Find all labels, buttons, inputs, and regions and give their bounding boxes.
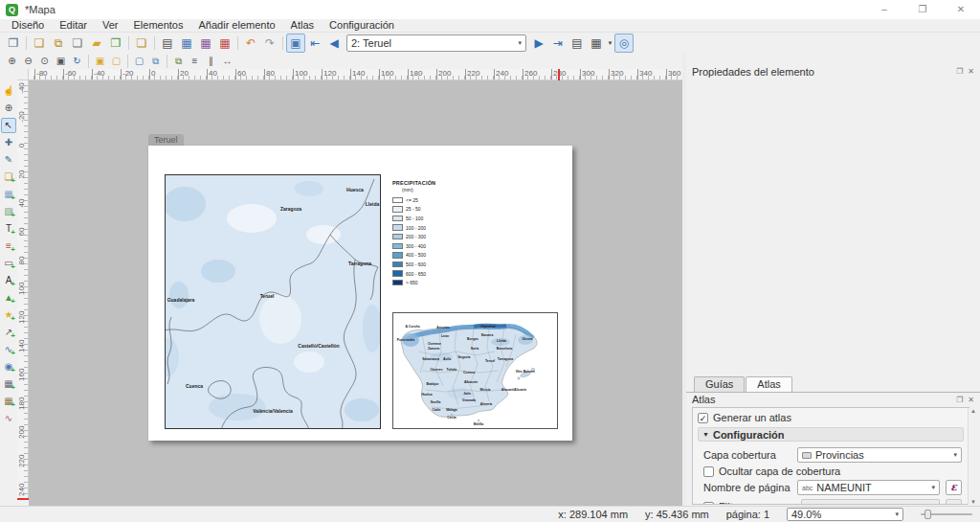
filter-checkbox[interactable] [703,502,714,506]
add-scalebar-button[interactable]: ▭ [1,256,16,271]
ruler-number: 260 [523,69,537,78]
zoom-slider[interactable] [921,508,972,521]
export-svg-button[interactable]: ▦ [196,34,215,53]
save-project-button[interactable]: ❐ [4,34,23,53]
add-fixed-table-button[interactable]: ▦ [1,394,16,409]
pan-tool-button[interactable]: ☝ [1,83,16,99]
zoom-level-combo[interactable]: 49.0% ▾ [787,508,903,521]
separator[interactable] [151,34,158,53]
add-html-button[interactable]: ◉ [1,359,16,374]
zoom-tool-button[interactable]: ⊕ [1,101,16,116]
zoom-full-button[interactable]: ▣ [53,54,69,69]
atlas-settings-button[interactable]: ◎ [614,34,634,53]
close-panel-icon[interactable]: ✕ [968,396,974,404]
refresh-view-button[interactable]: ↻ [69,54,85,69]
add-page-button[interactable]: ❏ [1,170,16,185]
distribute-items-button[interactable]: ∥ [203,54,219,69]
panel-tab[interactable]: Atlas [746,376,791,392]
separator[interactable] [23,34,30,53]
separator[interactable] [124,54,131,69]
add-map-button[interactable]: ▦ [1,187,16,202]
unlock-items-button[interactable]: ▢ [108,54,124,69]
add-legend-button[interactable]: ≡ [1,238,16,254]
zoom-actual-button[interactable]: ⊙ [36,54,53,69]
close-panel-icon[interactable]: ✕ [968,67,974,76]
add-picture-button[interactable]: ▨ [1,204,16,219]
separator[interactable] [85,54,92,69]
export-image-button[interactable]: ▦ [177,34,196,53]
zoom-in-button[interactable]: ⊕ [4,54,20,69]
main-map-item[interactable]: HuescaLleidaZaragozaTarragonaGuadalajara… [165,174,381,429]
undo-button[interactable]: ↶ [241,34,260,53]
overview-map-item[interactable]: A CoruñaAsturiasGipuzkoaPontevedraLeónNa… [392,312,558,429]
first-feature-button[interactable]: ⇤ [305,34,324,53]
add-node-item-button[interactable]: ∿ [1,342,16,357]
legend-item[interactable]: PRECIPITACIÓN (mm) <= 25 25 - 50 [392,180,469,287]
menu-item[interactable]: Diseño [4,19,52,32]
export-pdf-button[interactable]: ▦ [215,34,234,53]
lock-items-button[interactable]: ▣ [92,54,108,69]
select-move-item-button[interactable]: ↖ [1,118,16,133]
separator[interactable] [234,34,241,53]
panel-scrollbar[interactable]: ▲ ▼ [968,408,978,505]
raise-items-button[interactable]: ⧉ [170,54,187,69]
layout-manager-button[interactable]: ❏ [68,34,87,53]
add-north-arrow-button[interactable]: A [1,273,16,288]
save-as-template-button[interactable]: ❐ [106,34,125,53]
restore-button[interactable]: ❐ [903,0,942,19]
add-arrow-button[interactable]: ↗ [1,325,16,340]
move-item-content-button[interactable]: ✚ [1,135,16,150]
menu-item[interactable]: Editar [52,19,95,32]
open-folder-button[interactable]: ▰ [87,34,106,53]
scroll-down-icon[interactable]: ▼ [970,499,976,505]
add-marker-button[interactable]: ★ [1,307,16,323]
zoom-slider-thumb[interactable] [924,510,931,519]
layout-canvas[interactable]: Teruel [29,80,682,506]
close-button[interactable]: ✕ [942,0,980,19]
align-items-button[interactable]: ≡ [187,54,203,69]
next-feature-button[interactable]: ▶ [529,34,548,53]
menu-item[interactable]: Atlas [283,19,322,32]
deselect-items-button[interactable]: ⧉ [147,54,164,69]
panel-tab[interactable]: Guías [694,376,745,392]
print-atlas-button[interactable]: ▤ [568,34,587,53]
previous-feature-button[interactable]: ◀ [324,34,344,53]
page-name-combo[interactable]: abc NAMEUNIT ▾ [797,480,940,495]
last-feature-button[interactable]: ⇥ [548,34,568,53]
scroll-up-icon[interactable]: ▲ [970,408,976,414]
generate-atlas-checkbox[interactable]: ✓ [698,413,708,423]
menu-item[interactable]: Elementos [126,19,191,32]
add-pages-button[interactable]: ❏ [132,34,151,53]
float-panel-icon[interactable]: ❐ [956,67,963,76]
expression-button[interactable]: ε [946,480,962,495]
select-items-button[interactable]: ▢ [131,54,147,69]
redo-button[interactable]: ↷ [260,34,279,53]
new-layout-button[interactable]: ❏ [30,34,49,53]
export-atlas-dropdown[interactable]: ▾ [606,34,614,53]
float-panel-icon[interactable]: ❐ [956,396,963,404]
export-atlas-button[interactable]: ▦ [587,34,606,53]
separator[interactable] [164,54,170,69]
print-layout-button[interactable]: ▤ [158,34,177,53]
zoom-out-button[interactable]: ⊖ [20,54,36,69]
duplicate-layout-button[interactable]: ⧉ [49,34,68,53]
coverage-layer-combo[interactable]: Provincias ▾ [797,447,962,463]
minimize-button[interactable]: – [865,0,903,19]
edit-nodes-item-button[interactable]: ✎ [1,152,16,168]
resize-items-button[interactable]: ↔ [219,54,235,69]
hide-coverage-checkbox[interactable] [703,466,714,477]
separator[interactable] [279,34,286,53]
menu-item[interactable]: Ver [95,19,126,32]
configuration-section-header[interactable]: ▼ Configuración [698,427,964,442]
atlas-feature-combo[interactable]: 2: Teruel ▾ [346,34,526,52]
add-label-button[interactable]: T [1,221,16,237]
preview-atlas-button[interactable]: ▣ [286,34,305,53]
layout-page[interactable]: HuescaLleidaZaragozaTarragonaGuadalajara… [148,146,572,441]
menu-item[interactable]: Añadir elemento [191,19,283,32]
filter-expression-input[interactable] [801,499,940,505]
add-elevation-profile-button[interactable]: ∿ [1,411,16,426]
add-attribute-table-button[interactable]: ▦ [1,376,16,392]
separator[interactable] [125,34,132,53]
menu-item[interactable]: Configuración [322,19,402,32]
add-shape-button[interactable]: ▲ [1,290,16,306]
